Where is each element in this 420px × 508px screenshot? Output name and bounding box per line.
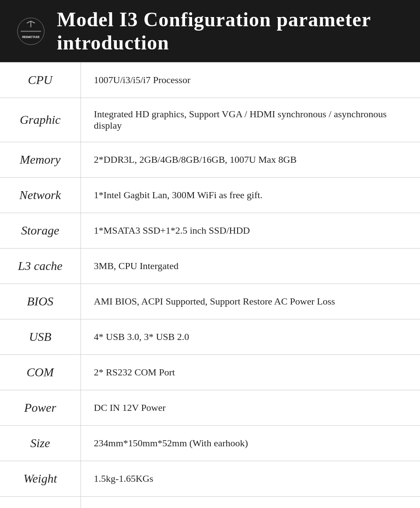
spec-label: CPU xyxy=(0,63,80,98)
spec-label: Network xyxy=(0,178,80,213)
spec-label: Graphic xyxy=(0,98,80,142)
spec-value: 1*Intel Gagbit Lan, 300M WiFi as free gi… xyxy=(80,178,420,213)
svg-line-2 xyxy=(27,21,31,23)
table-row: Storage1*MSATA3 SSD+1*2.5 inch SSD/HDD xyxy=(0,213,420,249)
spec-label: BIOS xyxy=(0,284,80,319)
spec-value: 1007U/i3/i5/i7 Processor xyxy=(80,63,420,98)
spec-label: L3 cache xyxy=(0,249,80,284)
partaker-logo: PARTAKER ЯƐXAТЯAƧ xyxy=(17,17,45,46)
spec-value: 234mm*150mm*52mm (With earhook) xyxy=(80,426,420,461)
spec-label: Memory xyxy=(0,142,80,178)
spec-label: TDP xyxy=(0,497,80,508)
spec-value: 3MB, CPU Intergated xyxy=(80,249,420,284)
spec-value: 2* RS232 COM Port xyxy=(80,355,420,390)
table-row: BIOSAMI BIOS, ACPI Supported, Support Re… xyxy=(0,284,420,319)
svg-text:ЯƐXAТЯAƧ: ЯƐXAТЯAƧ xyxy=(21,35,40,39)
spec-table: CPU1007U/i3/i5/i7 ProcessorGraphicIntegr… xyxy=(0,62,420,508)
table-row: CPU1007U/i3/i5/i7 Processor xyxy=(0,63,420,98)
table-row: Memory2*DDR3L, 2GB/4GB/8GB/16GB, 1007U M… xyxy=(0,142,420,178)
spec-label: Size xyxy=(0,426,80,461)
table-row: L3 cache3MB, CPU Intergated xyxy=(0,249,420,284)
spec-label: USB xyxy=(0,319,80,355)
spec-value: DC IN 12V Power xyxy=(80,390,420,426)
spec-value: Integrated HD graphics, Support VGA / HD… xyxy=(80,98,420,142)
spec-value: 4* USB 3.0, 3* USB 2.0 xyxy=(80,319,420,355)
spec-label: COM xyxy=(0,355,80,390)
spec-value: 2*DDR3L, 2GB/4GB/8GB/16GB, 1007U Max 8GB xyxy=(80,142,420,178)
table-row: GraphicIntegrated HD graphics, Support V… xyxy=(0,98,420,142)
table-row: Network1*Intel Gagbit Lan, 300M WiFi as … xyxy=(0,178,420,213)
spec-label: Power xyxy=(0,390,80,426)
spec-value: 25W xyxy=(80,497,420,508)
page-title: Model I3 Configuration parameter introdu… xyxy=(57,8,407,54)
table-row: PowerDC IN 12V Power xyxy=(0,390,420,426)
page-header: PARTAKER ЯƐXAТЯAƧ Model I3 Configuration… xyxy=(0,0,420,62)
table-row: USB4* USB 3.0, 3* USB 2.0 xyxy=(0,319,420,355)
table-row: TDP25W xyxy=(0,497,420,508)
spec-value: 1.5kg-1.65KGs xyxy=(80,461,420,497)
spec-value: AMI BIOS, ACPI Supported, Support Restor… xyxy=(80,284,420,319)
table-row: COM2* RS232 COM Port xyxy=(0,355,420,390)
logo-area: PARTAKER ЯƐXAТЯAƧ xyxy=(13,17,48,46)
spec-label: Storage xyxy=(0,213,80,249)
spec-value: 1*MSATA3 SSD+1*2.5 inch SSD/HDD xyxy=(80,213,420,249)
spec-label: Weight xyxy=(0,461,80,497)
table-row: Weight1.5kg-1.65KGs xyxy=(0,461,420,497)
svg-line-3 xyxy=(31,21,35,23)
table-row: Size234mm*150mm*52mm (With earhook) xyxy=(0,426,420,461)
